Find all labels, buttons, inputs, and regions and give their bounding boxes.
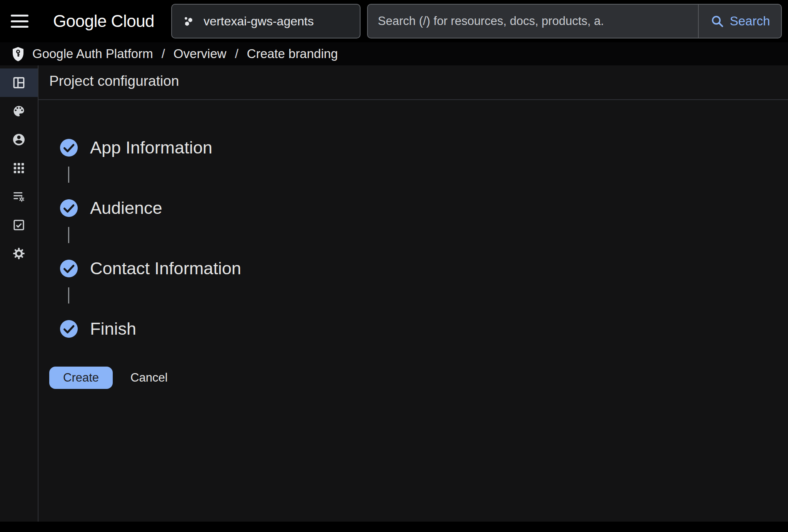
title-divider <box>38 99 788 100</box>
search-input[interactable] <box>378 14 696 28</box>
project-icon <box>182 15 195 28</box>
google-cloud-logo[interactable]: Google Cloud <box>53 12 154 31</box>
sidebar-item-data-access[interactable] <box>0 182 38 211</box>
checkbox-icon <box>12 218 26 232</box>
create-button[interactable]: Create <box>49 367 113 389</box>
search-icon <box>710 14 725 28</box>
search-button-label: Search <box>730 14 770 28</box>
body: Project configuration App Information Au… <box>0 65 788 522</box>
project-selector[interactable]: vertexai-gws-agents <box>171 4 361 38</box>
step-label: Finish <box>90 319 136 339</box>
sidebar-item-audience[interactable] <box>0 125 38 154</box>
main-content: Project configuration App Information Au… <box>38 65 788 522</box>
sidebar-item-branding[interactable] <box>0 97 38 125</box>
page: Google Cloud vertexai-gws-agents <box>0 0 788 532</box>
bottom-strip <box>0 522 788 532</box>
step-completed-check-icon <box>60 260 78 277</box>
step-label: Audience <box>90 198 162 218</box>
step-completed-check-icon <box>60 320 78 338</box>
gear-icon <box>12 247 26 260</box>
step-finish[interactable]: Finish <box>60 317 136 341</box>
step-connector <box>60 167 788 196</box>
sidebar <box>0 65 38 522</box>
breadcrumb: Google Auth Platform / Overview / Create… <box>0 42 788 65</box>
menu-icon[interactable] <box>11 15 28 28</box>
step-label: App Information <box>90 138 212 158</box>
palette-icon <box>12 104 26 118</box>
sidebar-item-verification[interactable] <box>0 211 38 239</box>
search-input-wrap <box>368 5 698 38</box>
breadcrumb-item-overview[interactable]: Overview <box>174 47 227 61</box>
sidebar-item-overview[interactable] <box>0 68 38 97</box>
step-connector <box>60 227 788 256</box>
person-icon <box>12 133 26 147</box>
search-button[interactable]: Search <box>698 5 781 38</box>
apps-grid-icon <box>12 161 26 175</box>
step-completed-check-icon <box>60 139 78 157</box>
search-bar: Search <box>367 4 782 38</box>
project-selector-value: vertexai-gws-agents <box>204 14 314 28</box>
dashboard-icon <box>12 76 26 90</box>
auth-platform-shield-key-icon <box>10 46 26 62</box>
page-title: Project configuration <box>49 73 788 89</box>
sidebar-item-settings[interactable] <box>0 239 38 268</box>
breadcrumb-item-create-branding: Create branding <box>247 47 338 61</box>
step-label: Contact Information <box>90 258 241 279</box>
top-app-bar: Google Cloud vertexai-gws-agents <box>0 0 788 42</box>
step-connector <box>60 287 788 317</box>
step-audience[interactable]: Audience <box>60 196 162 220</box>
breadcrumb-separator: / <box>162 47 165 61</box>
breadcrumb-item-auth-platform[interactable]: Google Auth Platform <box>32 47 153 61</box>
list-gear-icon <box>12 190 26 203</box>
breadcrumb-separator: / <box>235 47 238 61</box>
step-completed-check-icon <box>60 199 78 217</box>
sidebar-item-clients[interactable] <box>0 154 38 182</box>
actions-row: Create Cancel <box>49 367 788 389</box>
stepper: App Information Audience Contact Informa… <box>60 135 788 341</box>
step-contact-information[interactable]: Contact Information <box>60 256 241 281</box>
cancel-button[interactable]: Cancel <box>130 371 168 385</box>
step-app-information[interactable]: App Information <box>60 135 212 160</box>
